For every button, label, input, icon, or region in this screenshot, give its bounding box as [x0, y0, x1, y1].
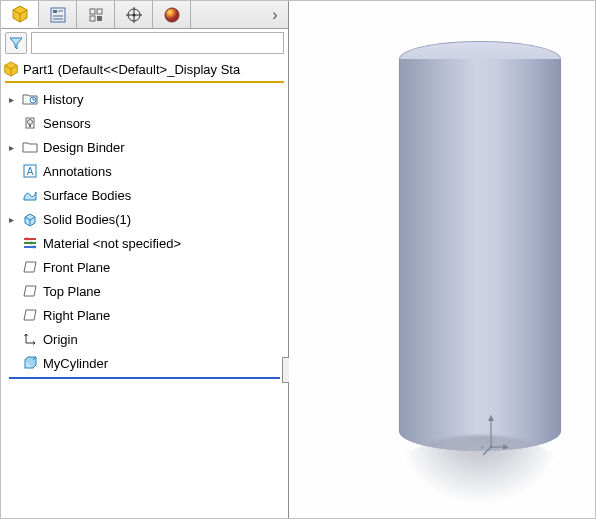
target-icon: [126, 7, 142, 23]
plane-icon: [21, 258, 39, 276]
funnel-icon: [9, 36, 23, 50]
tree-item-history[interactable]: ▸ History: [5, 87, 284, 111]
svg-rect-5: [90, 9, 95, 14]
svg-rect-7: [90, 16, 95, 21]
svg-point-23: [26, 238, 29, 241]
feature-manager-panel: › Part1 (Default<<Default>_Display Sta ▸: [1, 1, 289, 518]
tree-item-label: Annotations: [43, 164, 112, 179]
filter-bar: [1, 29, 288, 57]
svg-point-12: [132, 13, 135, 16]
cylinder-reflection: [399, 435, 561, 505]
svg-point-25: [33, 246, 36, 249]
tree-item-design-binder[interactable]: ▸ Design Binder: [5, 135, 284, 159]
tab-configuration-manager[interactable]: [77, 1, 115, 28]
configuration-icon: [88, 7, 104, 23]
filter-button[interactable]: [5, 32, 27, 54]
tree-item-label: Top Plane: [43, 284, 101, 299]
tree-root-label: Part1 (Default<<Default>_Display Sta: [23, 62, 240, 77]
origin-icon: [21, 330, 39, 348]
app-frame: › Part1 (Default<<Default>_Display Sta ▸: [0, 0, 596, 519]
tree-item-label: Right Plane: [43, 308, 110, 323]
tree-item-label: Design Binder: [43, 140, 125, 155]
expand-caret-icon[interactable]: ▸: [5, 94, 17, 105]
part-cube-icon: [3, 61, 19, 77]
tree-item-label: Material <not specified>: [43, 236, 181, 251]
annotations-icon: A: [21, 162, 39, 180]
tree-item-label: MyCylinder: [43, 356, 108, 371]
material-icon: [21, 234, 39, 252]
tabs-overflow-button[interactable]: ›: [262, 1, 288, 28]
model-cylinder[interactable]: [399, 41, 561, 471]
folder-clock-icon: [21, 90, 39, 108]
tree-item-label: Front Plane: [43, 260, 110, 275]
tree-item-feature-mycylinder[interactable]: MyCylinder: [5, 351, 284, 375]
tree-item-annotations[interactable]: A Annotations: [5, 159, 284, 183]
tree-root[interactable]: Part1 (Default<<Default>_Display Sta: [1, 57, 288, 81]
svg-point-24: [30, 242, 33, 245]
tree-item-label: Sensors: [43, 116, 91, 131]
tree-item-label: Solid Bodies(1): [43, 212, 131, 227]
part-cube-icon: [11, 5, 29, 23]
plane-icon: [21, 306, 39, 324]
tree-item-label: Surface Bodies: [43, 188, 131, 203]
plane-icon: [21, 282, 39, 300]
svg-rect-6: [97, 9, 102, 14]
svg-rect-8: [97, 16, 102, 21]
surface-icon: [21, 186, 39, 204]
solid-body-icon: [21, 210, 39, 228]
cylinder-side-face: [399, 59, 561, 451]
tab-dimxpert-manager[interactable]: [115, 1, 153, 28]
chevron-right-icon: ›: [272, 6, 277, 24]
svg-rect-17: [29, 125, 31, 127]
tree-item-material[interactable]: Material <not specified>: [5, 231, 284, 255]
sensor-icon: [21, 114, 39, 132]
graphics-viewport[interactable]: *: [289, 1, 595, 518]
tree-item-top-plane[interactable]: Top Plane: [5, 279, 284, 303]
tree-item-front-plane[interactable]: Front Plane: [5, 255, 284, 279]
folder-icon: [21, 138, 39, 156]
expand-caret-icon[interactable]: ▸: [5, 142, 17, 153]
tab-display-manager[interactable]: [153, 1, 191, 28]
svg-text:A: A: [27, 166, 34, 177]
tab-feature-tree[interactable]: [1, 1, 39, 28]
tab-spacer: [191, 1, 262, 28]
tree-item-sensors[interactable]: Sensors: [5, 111, 284, 135]
manager-tabs: ›: [1, 1, 288, 29]
root-underline: [5, 81, 284, 83]
filter-input[interactable]: [31, 32, 284, 54]
svg-point-16: [28, 120, 33, 125]
tree-item-solid-bodies[interactable]: ▸ Solid Bodies(1): [5, 207, 284, 231]
tree-item-origin[interactable]: Origin: [5, 327, 284, 351]
tree-item-surface-bodies[interactable]: Surface Bodies: [5, 183, 284, 207]
expand-caret-icon[interactable]: ▸: [5, 214, 17, 225]
svg-point-13: [165, 8, 179, 22]
feature-tree: ▸ History Sensors ▸ Design Binder: [1, 85, 288, 518]
extrude-icon: [21, 354, 39, 372]
rollback-bar[interactable]: [9, 377, 280, 379]
properties-icon: [50, 7, 66, 23]
tree-item-right-plane[interactable]: Right Plane: [5, 303, 284, 327]
tree-item-label: History: [43, 92, 83, 107]
svg-rect-1: [53, 10, 57, 13]
tree-item-label: Origin: [43, 332, 78, 347]
appearance-ball-icon: [164, 7, 180, 23]
tab-property-manager[interactable]: [39, 1, 77, 28]
